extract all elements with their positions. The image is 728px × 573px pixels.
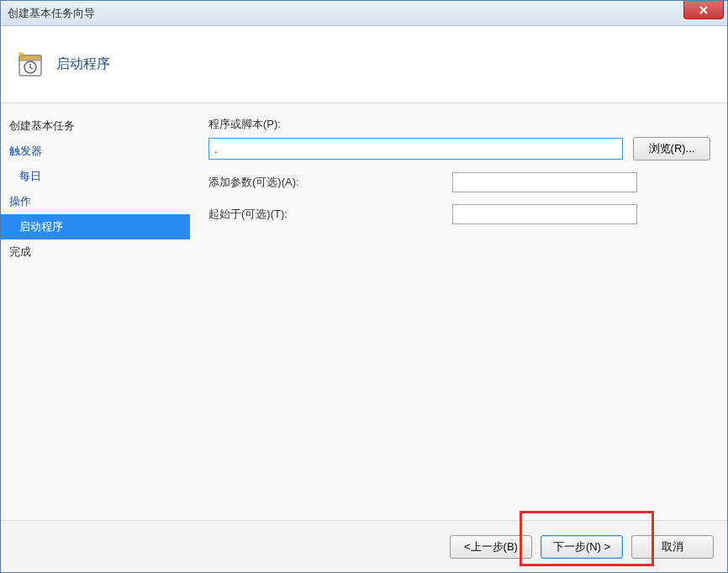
arguments-input[interactable] [452, 172, 637, 192]
titlebar: 创建基本任务向导 [1, 1, 727, 26]
wizard-body: 创建基本任务 触发器 每日 操作 启动程序 完成 程序或脚本(P): 浏览(R)… [1, 103, 727, 520]
back-button[interactable]: <上一步(B) [450, 535, 532, 559]
sidebar-item-daily[interactable]: 每日 [1, 164, 190, 189]
close-icon [699, 5, 709, 15]
program-script-input[interactable] [208, 138, 623, 160]
startin-row: 起始于(可选)(T): [208, 204, 710, 224]
next-button[interactable]: 下一步(N) > [541, 535, 623, 559]
wizard-steps-sidebar: 创建基本任务 触发器 每日 操作 启动程序 完成 [1, 103, 190, 520]
wizard-footer: <上一步(B) 下一步(N) > 取消 [1, 520, 727, 572]
browse-button[interactable]: 浏览(R)... [633, 137, 710, 160]
page-title: 启动程序 [56, 55, 110, 73]
arguments-row: 添加参数(可选)(A): [208, 172, 710, 192]
cancel-button[interactable]: 取消 [631, 535, 714, 559]
wizard-window: 创建基本任务向导 启动程序 创建基本任务 触发器 每日 操作 启动程序 完成 [0, 0, 728, 573]
startin-label: 起始于(可选)(T): [208, 207, 452, 222]
sidebar-item-finish[interactable]: 完成 [1, 239, 190, 265]
arguments-label: 添加参数(可选)(A): [208, 175, 452, 190]
task-clock-icon [16, 50, 45, 79]
wizard-content: 程序或脚本(P): 浏览(R)... 添加参数(可选)(A): 起始于(可选)(… [190, 103, 727, 520]
program-script-label: 程序或脚本(P): [208, 117, 710, 132]
sidebar-item-start-program[interactable]: 启动程序 [1, 214, 190, 239]
wizard-header: 启动程序 [1, 26, 727, 103]
program-input-row: 浏览(R)... [208, 137, 710, 160]
close-button[interactable] [683, 1, 724, 19]
program-script-row: 程序或脚本(P): 浏览(R)... [208, 117, 710, 160]
startin-input[interactable] [452, 204, 637, 224]
sidebar-item-create-task[interactable]: 创建基本任务 [1, 113, 190, 139]
window-title: 创建基本任务向导 [8, 6, 95, 21]
sidebar-item-trigger[interactable]: 触发器 [1, 139, 190, 164]
sidebar-item-action[interactable]: 操作 [1, 189, 190, 214]
